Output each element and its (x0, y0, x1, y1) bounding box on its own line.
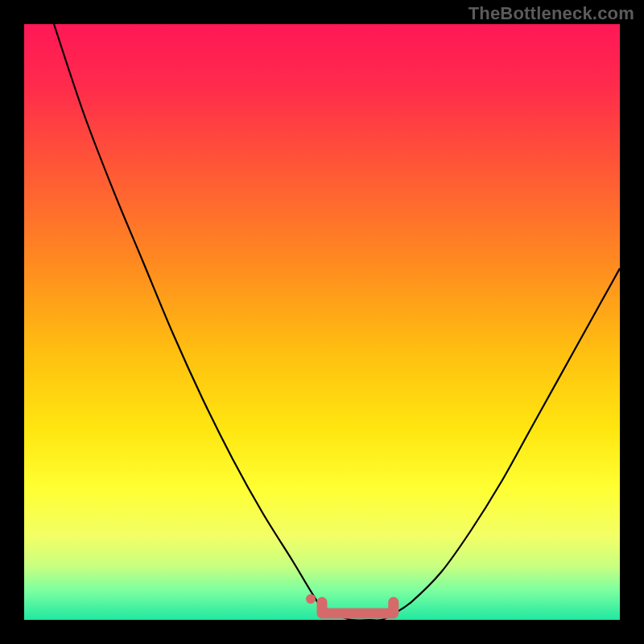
bottleneck-curve-layer (24, 24, 620, 620)
watermark-text: TheBottleneck.com (469, 3, 634, 24)
plot-area (24, 24, 620, 620)
chart-frame: TheBottleneck.com (0, 0, 644, 644)
bottleneck-curve (54, 24, 620, 620)
optimal-range-marker (322, 602, 394, 613)
optimal-point-dot (306, 594, 316, 604)
